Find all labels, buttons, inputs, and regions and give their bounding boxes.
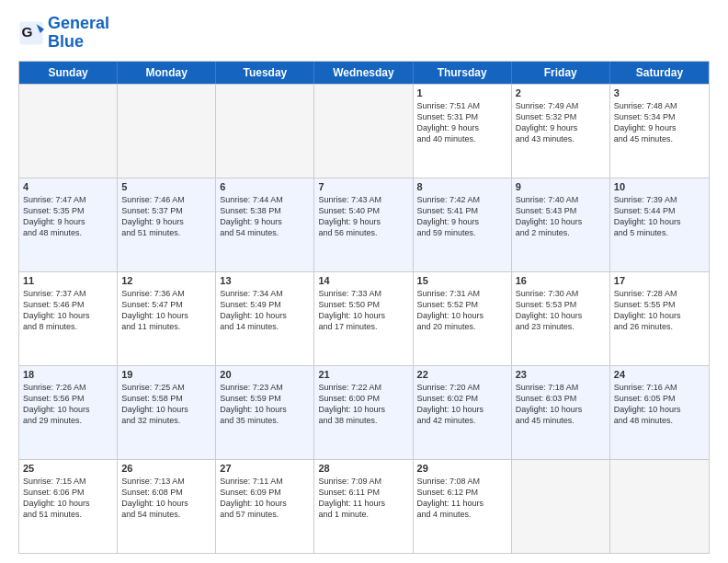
calendar-row: 11Sunrise: 7:37 AM Sunset: 5:46 PM Dayli… <box>19 271 709 365</box>
logo: G GeneralBlue <box>18 15 109 52</box>
day-number: 21 <box>318 369 408 380</box>
day-number: 11 <box>23 275 113 286</box>
calendar-cell: 24Sunrise: 7:16 AM Sunset: 6:05 PM Dayli… <box>610 366 709 459</box>
weekday-header: Sunday <box>19 62 118 84</box>
svg-text:G: G <box>22 24 33 40</box>
day-number: 10 <box>614 181 705 192</box>
calendar-cell: 27Sunrise: 7:11 AM Sunset: 6:09 PM Dayli… <box>216 460 314 553</box>
weekday-header: Friday <box>512 62 610 84</box>
day-number: 15 <box>417 275 507 286</box>
day-info: Sunrise: 7:42 AM Sunset: 5:41 PM Dayligh… <box>417 194 507 239</box>
day-info: Sunrise: 7:13 AM Sunset: 6:08 PM Dayligh… <box>121 476 211 521</box>
day-info: Sunrise: 7:08 AM Sunset: 6:12 PM Dayligh… <box>417 476 507 521</box>
day-number: 17 <box>614 275 705 286</box>
weekday-header: Tuesday <box>216 62 314 84</box>
day-number: 25 <box>23 463 113 474</box>
day-info: Sunrise: 7:44 AM Sunset: 5:38 PM Dayligh… <box>220 194 310 239</box>
calendar-cell: 3Sunrise: 7:48 AM Sunset: 5:34 PM Daylig… <box>610 85 709 178</box>
calendar-cell <box>118 85 216 178</box>
day-number: 22 <box>417 369 507 380</box>
calendar-cell: 18Sunrise: 7:26 AM Sunset: 5:56 PM Dayli… <box>19 366 118 459</box>
day-info: Sunrise: 7:39 AM Sunset: 5:44 PM Dayligh… <box>614 194 705 239</box>
day-info: Sunrise: 7:09 AM Sunset: 6:11 PM Dayligh… <box>318 476 408 521</box>
day-number: 3 <box>614 87 705 98</box>
calendar: SundayMondayTuesdayWednesdayThursdayFrid… <box>18 61 710 554</box>
calendar-cell <box>216 85 314 178</box>
calendar-cell: 29Sunrise: 7:08 AM Sunset: 6:12 PM Dayli… <box>414 460 512 553</box>
calendar-cell: 4Sunrise: 7:47 AM Sunset: 5:35 PM Daylig… <box>19 178 118 271</box>
day-number: 18 <box>23 369 113 380</box>
logo-text: GeneralBlue <box>48 15 109 52</box>
day-number: 2 <box>516 87 606 98</box>
day-number: 27 <box>220 463 310 474</box>
day-info: Sunrise: 7:51 AM Sunset: 5:31 PM Dayligh… <box>417 100 507 145</box>
day-info: Sunrise: 7:34 AM Sunset: 5:49 PM Dayligh… <box>220 288 310 333</box>
calendar-cell: 23Sunrise: 7:18 AM Sunset: 6:03 PM Dayli… <box>512 366 610 459</box>
calendar-cell: 2Sunrise: 7:49 AM Sunset: 5:32 PM Daylig… <box>512 85 610 178</box>
day-info: Sunrise: 7:37 AM Sunset: 5:46 PM Dayligh… <box>23 288 113 333</box>
day-info: Sunrise: 7:47 AM Sunset: 5:35 PM Dayligh… <box>23 194 113 239</box>
calendar-row: 4Sunrise: 7:47 AM Sunset: 5:35 PM Daylig… <box>19 178 709 271</box>
calendar-cell: 21Sunrise: 7:22 AM Sunset: 6:00 PM Dayli… <box>314 366 413 459</box>
calendar-cell: 10Sunrise: 7:39 AM Sunset: 5:44 PM Dayli… <box>610 178 709 271</box>
calendar-cell: 12Sunrise: 7:36 AM Sunset: 5:47 PM Dayli… <box>118 272 216 365</box>
day-info: Sunrise: 7:23 AM Sunset: 5:59 PM Dayligh… <box>220 382 310 427</box>
calendar-cell: 28Sunrise: 7:09 AM Sunset: 6:11 PM Dayli… <box>314 460 413 553</box>
day-number: 28 <box>318 463 408 474</box>
day-info: Sunrise: 7:46 AM Sunset: 5:37 PM Dayligh… <box>121 194 211 239</box>
day-info: Sunrise: 7:26 AM Sunset: 5:56 PM Dayligh… <box>23 382 113 427</box>
day-number: 20 <box>220 369 310 380</box>
calendar-row: 1Sunrise: 7:51 AM Sunset: 5:31 PM Daylig… <box>19 84 709 178</box>
calendar-cell: 8Sunrise: 7:42 AM Sunset: 5:41 PM Daylig… <box>414 178 512 271</box>
page-header: G GeneralBlue <box>18 15 710 52</box>
logo-icon: G <box>18 20 44 46</box>
day-number: 14 <box>318 275 408 286</box>
day-number: 12 <box>121 275 211 286</box>
calendar-body: 1Sunrise: 7:51 AM Sunset: 5:31 PM Daylig… <box>19 84 709 553</box>
calendar-row: 18Sunrise: 7:26 AM Sunset: 5:56 PM Dayli… <box>19 365 709 459</box>
calendar-cell: 20Sunrise: 7:23 AM Sunset: 5:59 PM Dayli… <box>216 366 314 459</box>
day-number: 5 <box>121 181 211 192</box>
day-info: Sunrise: 7:31 AM Sunset: 5:52 PM Dayligh… <box>417 288 507 333</box>
day-info: Sunrise: 7:20 AM Sunset: 6:02 PM Dayligh… <box>417 382 507 427</box>
day-number: 8 <box>417 181 507 192</box>
day-info: Sunrise: 7:22 AM Sunset: 6:00 PM Dayligh… <box>318 382 408 427</box>
day-info: Sunrise: 7:15 AM Sunset: 6:06 PM Dayligh… <box>23 476 113 521</box>
day-info: Sunrise: 7:43 AM Sunset: 5:40 PM Dayligh… <box>318 194 408 239</box>
day-info: Sunrise: 7:18 AM Sunset: 6:03 PM Dayligh… <box>516 382 606 427</box>
calendar-cell: 6Sunrise: 7:44 AM Sunset: 5:38 PM Daylig… <box>216 178 314 271</box>
calendar-cell <box>314 85 413 178</box>
day-number: 13 <box>220 275 310 286</box>
weekday-header: Saturday <box>610 62 709 84</box>
calendar-cell: 17Sunrise: 7:28 AM Sunset: 5:55 PM Dayli… <box>610 272 709 365</box>
day-number: 19 <box>121 369 211 380</box>
calendar-cell: 1Sunrise: 7:51 AM Sunset: 5:31 PM Daylig… <box>414 85 512 178</box>
weekday-header: Wednesday <box>314 62 413 84</box>
calendar-cell: 25Sunrise: 7:15 AM Sunset: 6:06 PM Dayli… <box>19 460 118 553</box>
calendar-cell: 9Sunrise: 7:40 AM Sunset: 5:43 PM Daylig… <box>512 178 610 271</box>
calendar-cell <box>512 460 610 553</box>
calendar-cell: 14Sunrise: 7:33 AM Sunset: 5:50 PM Dayli… <box>314 272 413 365</box>
day-number: 4 <box>23 181 113 192</box>
calendar-cell: 15Sunrise: 7:31 AM Sunset: 5:52 PM Dayli… <box>414 272 512 365</box>
calendar-cell: 5Sunrise: 7:46 AM Sunset: 5:37 PM Daylig… <box>118 178 216 271</box>
day-info: Sunrise: 7:49 AM Sunset: 5:32 PM Dayligh… <box>516 100 606 145</box>
calendar-cell <box>19 85 118 178</box>
day-number: 16 <box>516 275 606 286</box>
day-info: Sunrise: 7:36 AM Sunset: 5:47 PM Dayligh… <box>121 288 211 333</box>
day-number: 6 <box>220 181 310 192</box>
calendar-cell <box>610 460 709 553</box>
day-info: Sunrise: 7:16 AM Sunset: 6:05 PM Dayligh… <box>614 382 705 427</box>
weekday-header: Monday <box>118 62 216 84</box>
day-number: 23 <box>516 369 606 380</box>
day-info: Sunrise: 7:30 AM Sunset: 5:53 PM Dayligh… <box>516 288 606 333</box>
day-info: Sunrise: 7:40 AM Sunset: 5:43 PM Dayligh… <box>516 194 606 239</box>
calendar-cell: 22Sunrise: 7:20 AM Sunset: 6:02 PM Dayli… <box>414 366 512 459</box>
calendar-header: SundayMondayTuesdayWednesdayThursdayFrid… <box>19 62 709 84</box>
calendar-cell: 19Sunrise: 7:25 AM Sunset: 5:58 PM Dayli… <box>118 366 216 459</box>
calendar-cell: 13Sunrise: 7:34 AM Sunset: 5:49 PM Dayli… <box>216 272 314 365</box>
day-number: 7 <box>318 181 408 192</box>
day-number: 29 <box>417 463 507 474</box>
weekday-header: Thursday <box>414 62 512 84</box>
calendar-cell: 26Sunrise: 7:13 AM Sunset: 6:08 PM Dayli… <box>118 460 216 553</box>
